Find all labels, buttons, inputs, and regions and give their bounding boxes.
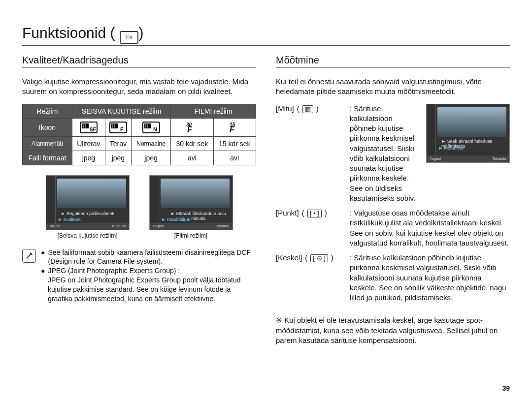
note-0: See failiformaat sobib kaamera failisüst… — [48, 248, 256, 267]
left-column: Kvaliteet/Kaadrisagedus Valige kujutise … — [22, 55, 256, 345]
def-punkt: [Punkt] ([ • ]) : Valgustuse osas mõõdet… — [276, 208, 510, 248]
svg-text:F: F — [230, 125, 235, 133]
spec-table: Režiim SEISVA KUJUTISE režiim FILMI reži… — [22, 104, 256, 165]
icon-30f: 30F — [171, 118, 213, 136]
th-movie: FILMI režiim — [171, 104, 256, 118]
svg-rect-9 — [112, 124, 113, 125]
body-0: Särituse kalkulatsioon põhineb kujutise … — [350, 104, 415, 202]
th-submenu: Alammenüü — [23, 136, 72, 151]
shot1-hl: Kaadrikiirus — [167, 217, 190, 222]
right-column: Mõõtmine Kui teil ei õnnestu saavutada s… — [276, 55, 510, 345]
sub-3: 30 kdr sek — [171, 136, 213, 151]
def-mitu: [Mitu] (▦) : Särituse kalkulatsioon põhi… — [276, 104, 420, 204]
sub-2: Normaalne — [132, 136, 171, 151]
sym-1: [ • ] — [307, 210, 322, 217]
page-title: Funktsioonid ( — [22, 25, 115, 41]
th-mode: Režiim — [23, 104, 72, 118]
body-1: Valgustuse osas mõõdetakse ainult ristkü… — [350, 209, 509, 247]
def-keskel: [Keskel] ([ ⊙ ]) : Särituse kalkulatsioo… — [276, 253, 510, 303]
shot-still: ► Reguleerib pildikvaliteeti ► Kvaliteet… — [46, 175, 130, 239]
svg-rect-8 — [111, 123, 118, 128]
th-file: Faili formaat — [23, 151, 72, 165]
body-2: Särituse kalkulatsioon põhineb kujutise … — [350, 253, 506, 302]
icon-f: F — [105, 118, 131, 136]
rshot-br: Teisalda — [492, 156, 506, 161]
svg-rect-11 — [112, 126, 113, 127]
sub-0: Üliterav — [72, 136, 105, 151]
term-0: [Mitu] — [276, 104, 294, 114]
svg-rect-19 — [147, 126, 148, 127]
icon-n: N — [132, 118, 171, 136]
term-2: [Keskel] — [276, 253, 302, 263]
th-still: SEISVA KUJUTISE režiim — [72, 104, 170, 118]
shot1-bl: Tagasi — [153, 224, 164, 228]
page-number: 39 — [502, 384, 510, 392]
rshot-bl: Tagasi — [430, 156, 441, 161]
sym-2: [ ⊙ ] — [310, 254, 328, 262]
note-icon — [22, 249, 36, 263]
asterisk-text: ※ Kui objekt ei ole teravustamisala kesk… — [276, 316, 498, 344]
sym-0: ▦ — [302, 105, 313, 113]
svg-rect-10 — [114, 124, 115, 125]
icon-sf: SF — [72, 118, 105, 136]
fmt-1: jpeg — [105, 151, 131, 165]
svg-rect-16 — [145, 124, 146, 125]
fmt-3: avi — [171, 151, 213, 165]
svg-rect-4 — [83, 126, 84, 127]
note-1: JPEG (Joint Photographic Experts Group) … — [48, 266, 180, 276]
note-2: JPEG on Joint Photographic Experts Group… — [41, 276, 256, 304]
th-icon: Ikoon — [23, 118, 72, 136]
right-heading: Mõõtmine — [276, 55, 510, 68]
shot0-cap: [Seisva kujutise režiim] — [46, 232, 130, 239]
fmt-4: avi — [213, 151, 256, 165]
shot0-hl: Kvaliteet — [64, 217, 81, 222]
fn-icon: Fn — [120, 31, 138, 44]
svg-rect-12 — [114, 126, 115, 127]
svg-rect-2 — [83, 124, 84, 125]
svg-text:F: F — [187, 125, 193, 133]
sub-1: Terav — [105, 136, 131, 151]
asterisk-note: ※ Kui objekt ei ole teravustamisala kesk… — [276, 315, 510, 345]
left-heading: Kvaliteet/Kaadrisagedus — [22, 55, 256, 68]
svg-rect-5 — [85, 126, 86, 127]
svg-rect-15 — [144, 123, 151, 128]
icon-15f: 15F — [213, 118, 256, 136]
page-title-close: ) — [138, 25, 143, 41]
term-1: [Punkt] — [276, 208, 299, 218]
fmt-2: jpeg — [132, 151, 171, 165]
rshot-hl: Mõõtmine — [444, 146, 464, 151]
right-shot: ► Seab ekraani heleduse mõõtmiseks ► Mõõ… — [426, 104, 510, 163]
fmt-0: jpeg — [72, 151, 105, 165]
svg-text:SF: SF — [90, 127, 96, 132]
svg-rect-17 — [147, 124, 148, 125]
right-intro: Kui teil ei õnnestu saavutada sobivaid v… — [276, 77, 510, 97]
shot0-line1: Reguleerib pildikvaliteeti — [66, 211, 114, 216]
sub-4: 15 kdr sek — [213, 136, 256, 151]
shot1-br: Teisalda — [215, 224, 229, 228]
note-block: ●See failiformaat sobib kaamera failisüs… — [22, 248, 256, 304]
shot-movie: ► Määrab filmikaadrite arvu minutis ► Ka… — [149, 175, 233, 239]
svg-rect-1 — [82, 123, 89, 128]
svg-text:F: F — [120, 126, 124, 132]
svg-rect-3 — [85, 124, 86, 125]
shot0-bl: Tagasi — [49, 224, 61, 228]
shot1-cap: [Filmi režiim] — [149, 232, 233, 239]
svg-rect-18 — [145, 126, 146, 127]
shot0-br: Teisalda — [111, 224, 126, 228]
svg-text:N: N — [153, 126, 157, 132]
page-title-row: Funktsioonid ( Fn ) — [22, 25, 510, 46]
left-intro: Valige kujutise kompressioonitegur, mis … — [22, 77, 256, 97]
